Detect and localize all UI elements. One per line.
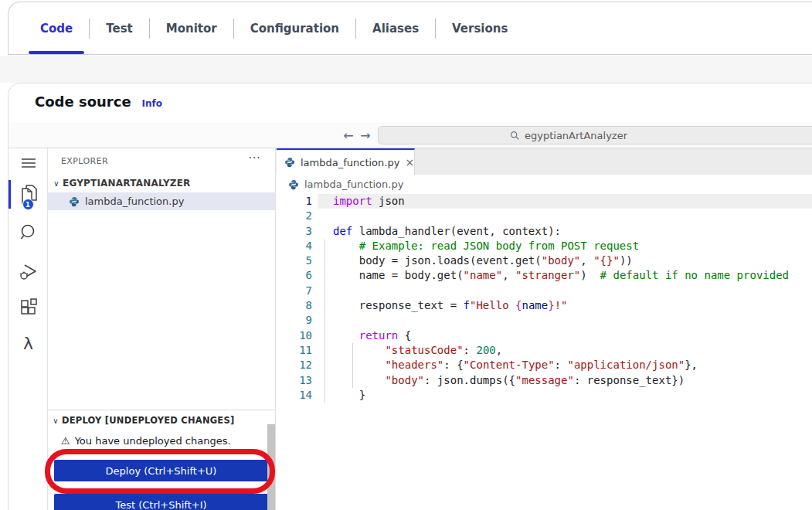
code-line-content: import json bbox=[312, 194, 405, 209]
page-title: Code source bbox=[35, 94, 131, 110]
code-line-content: } bbox=[312, 388, 365, 403]
line-number: 5 bbox=[276, 253, 312, 268]
line-number: 3 bbox=[276, 224, 312, 239]
deploy-button[interactable]: Deploy (Ctrl+Shift+U) bbox=[54, 460, 268, 481]
line-number: 2 bbox=[276, 209, 312, 223]
line-number: 8 bbox=[276, 298, 312, 313]
search-view-icon[interactable] bbox=[8, 223, 48, 243]
code-line[interactable]: 7 bbox=[276, 284, 812, 298]
tab-configuration[interactable]: Configuration bbox=[234, 2, 355, 54]
code-line[interactable]: 2 bbox=[276, 209, 812, 223]
code-line-content: name = body.get("name", "stranger") # de… bbox=[312, 268, 789, 283]
test-button[interactable]: Test (Ctrl+Shift+I) bbox=[54, 494, 268, 510]
function-tabs-bar: Code Test Monitor Configuration Aliases … bbox=[8, 2, 812, 55]
run-debug-view-icon[interactable] bbox=[8, 261, 48, 283]
code-source-header: Code source Info bbox=[35, 94, 162, 110]
code-line[interactable]: 4 # Example: read JSON body from POST re… bbox=[276, 239, 812, 253]
code-line[interactable]: 6 name = body.get("name", "stranger") # … bbox=[276, 268, 812, 283]
code-line[interactable]: 5 body = json.loads(event.get("body", "{… bbox=[276, 253, 812, 268]
code-line-content: # Example: read JSON body from POST requ… bbox=[312, 239, 639, 253]
search-input[interactable]: egyptianArtAnalyzer bbox=[378, 126, 812, 144]
undeployed-count-badge: 1 bbox=[22, 199, 34, 210]
chevron-down-icon: ∨ bbox=[49, 416, 62, 425]
panel-divider bbox=[48, 410, 275, 410]
line-number: 9 bbox=[276, 313, 312, 328]
code-line[interactable]: 1import json bbox=[276, 194, 812, 209]
breadcrumb[interactable]: lambda_function.py bbox=[276, 175, 812, 194]
line-number: 13 bbox=[276, 373, 312, 388]
tab-aliases[interactable]: Aliases bbox=[356, 2, 435, 54]
deploy-section-header[interactable]: ∨ DEPLOY [UNDEPLOYED CHANGES] bbox=[48, 413, 275, 427]
tab-monitor[interactable]: Monitor bbox=[150, 2, 233, 54]
explorer-panel: EXPLORER ⋯ ∨ EGYPTIANARTANALYZER lambda_… bbox=[48, 148, 276, 510]
explorer-title: EXPLORER bbox=[61, 156, 108, 166]
python-file-icon bbox=[69, 196, 80, 207]
code-line-content: def lambda_handler(event, context): bbox=[312, 224, 561, 239]
code-line-content: response_text = f"Hello {name}!" bbox=[312, 298, 567, 313]
code-line[interactable]: 9 bbox=[276, 313, 812, 328]
editor-pane: lambda_function.py × lambda_function.py bbox=[276, 148, 812, 510]
code-line-content bbox=[312, 313, 333, 328]
line-number: 1 bbox=[276, 194, 312, 209]
code-line[interactable]: 8 response_text = f"Hello {name}!" bbox=[276, 298, 812, 313]
code-line[interactable]: 11 "statusCode": 200, bbox=[276, 343, 812, 358]
code-line-content: "statusCode": 200, bbox=[312, 343, 502, 358]
tab-test[interactable]: Test bbox=[90, 2, 149, 54]
info-link[interactable]: Info bbox=[142, 98, 162, 109]
code-line[interactable]: 12 "headers": {"Content-Type": "applicat… bbox=[276, 358, 812, 372]
lambda-console-page: Code Test Monitor Configuration Aliases … bbox=[0, 0, 812, 510]
code-line[interactable]: 14 } bbox=[276, 388, 812, 403]
activity-bar: 1 bbox=[8, 148, 48, 510]
explorer-scrollbar[interactable] bbox=[267, 424, 275, 510]
tab-versions[interactable]: Versions bbox=[436, 2, 524, 54]
line-number: 12 bbox=[276, 358, 312, 372]
code-source-card: Code source Info ← → egyptianArtAnalyzer bbox=[8, 83, 812, 510]
code-line[interactable]: 10 return { bbox=[276, 328, 812, 343]
aws-lambda-view-icon[interactable]: λ bbox=[8, 334, 48, 353]
line-number: 11 bbox=[276, 343, 312, 358]
line-number: 7 bbox=[276, 284, 312, 298]
code-line-content bbox=[312, 284, 333, 298]
menu-hamburger-icon[interactable] bbox=[8, 156, 48, 170]
code-line-content bbox=[312, 209, 333, 223]
line-number: 6 bbox=[276, 268, 312, 283]
search-icon bbox=[510, 131, 520, 141]
close-tab-icon[interactable]: × bbox=[405, 156, 414, 168]
background-band bbox=[0, 56, 812, 83]
code-line-content: "headers": {"Content-Type": "application… bbox=[312, 358, 698, 372]
code-line-content: return { bbox=[312, 328, 411, 343]
explorer-view-icon[interactable]: 1 bbox=[8, 182, 48, 207]
code-editor[interactable]: 1import json23def lambda_handler(event, … bbox=[276, 194, 812, 510]
line-number: 4 bbox=[276, 239, 312, 253]
extensions-view-icon[interactable] bbox=[8, 298, 48, 318]
line-number: 10 bbox=[276, 328, 312, 343]
tree-root-egyptianartanalyzer[interactable]: ∨ EGYPTIANARTANALYZER bbox=[48, 175, 275, 192]
python-file-icon bbox=[288, 179, 299, 190]
line-number: 14 bbox=[276, 388, 312, 403]
code-line-content: body = json.loads(event.get("body", "{}"… bbox=[312, 253, 633, 268]
editor-tabstrip: lambda_function.py × bbox=[276, 148, 812, 175]
undeployed-changes-warning: ⚠ You have undeployed changes. bbox=[61, 435, 231, 447]
search-value: egyptianArtAnalyzer bbox=[525, 130, 627, 141]
chevron-down-icon: ∨ bbox=[50, 179, 63, 188]
tab-code[interactable]: Code bbox=[24, 2, 89, 54]
python-file-icon bbox=[284, 157, 295, 168]
forward-arrow-icon[interactable]: → bbox=[358, 126, 373, 144]
editor-toolbar: ← → egyptianArtAnalyzer bbox=[8, 123, 812, 148]
code-line-content: "body": json.dumps({"message": response_… bbox=[312, 373, 685, 388]
code-line[interactable]: 3def lambda_handler(event, context): bbox=[276, 224, 812, 239]
back-arrow-icon[interactable]: ← bbox=[341, 126, 356, 144]
editor-main: 1 bbox=[8, 148, 812, 510]
warning-icon: ⚠ bbox=[61, 435, 70, 447]
explorer-more-actions-icon[interactable]: ⋯ bbox=[248, 150, 261, 165]
editor-tab-lambda-function[interactable]: lambda_function.py × bbox=[277, 148, 415, 175]
tree-item-lambda-function[interactable]: lambda_function.py bbox=[48, 192, 275, 210]
code-line[interactable]: 13 "body": json.dumps({"message": respon… bbox=[276, 373, 812, 388]
